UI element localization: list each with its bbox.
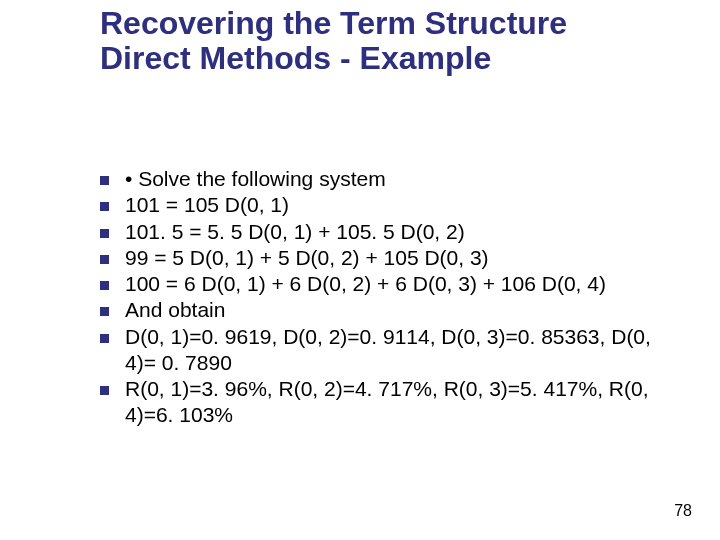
title-line-1: Recovering the Term Structure: [100, 5, 567, 41]
list-item: R(0, 1)=3. 96%, R(0, 2)=4. 717%, R(0, 3)…: [100, 376, 680, 429]
list-item: 99 = 5 D(0, 1) + 5 D(0, 2) + 105 D(0, 3): [100, 245, 680, 271]
list-item: • Solve the following system: [100, 166, 680, 192]
bullet-text: 101 = 105 D(0, 1): [125, 192, 680, 218]
bullet-text: D(0, 1)=0. 9619, D(0, 2)=0. 9114, D(0, 3…: [125, 324, 680, 377]
square-bullet-icon: [100, 334, 109, 343]
bullet-text: 101. 5 = 5. 5 D(0, 1) + 105. 5 D(0, 2): [125, 219, 680, 245]
list-item: 101 = 105 D(0, 1): [100, 192, 680, 218]
list-item: 100 = 6 D(0, 1) + 6 D(0, 2) + 6 D(0, 3) …: [100, 271, 680, 297]
bullet-text: • Solve the following system: [125, 166, 680, 192]
bullet-text: R(0, 1)=3. 96%, R(0, 2)=4. 717%, R(0, 3)…: [125, 376, 680, 429]
square-bullet-icon: [100, 255, 109, 264]
square-bullet-icon: [100, 229, 109, 238]
slide-body: • Solve the following system 101 = 105 D…: [100, 166, 680, 429]
list-item: D(0, 1)=0. 9619, D(0, 2)=0. 9114, D(0, 3…: [100, 324, 680, 377]
slide-title: Recovering the Term Structure Direct Met…: [100, 6, 660, 76]
slide: Recovering the Term Structure Direct Met…: [0, 0, 720, 540]
bullet-text: And obtain: [125, 297, 680, 323]
list-item: 101. 5 = 5. 5 D(0, 1) + 105. 5 D(0, 2): [100, 219, 680, 245]
list-item: And obtain: [100, 297, 680, 323]
square-bullet-icon: [100, 202, 109, 211]
square-bullet-icon: [100, 176, 109, 185]
square-bullet-icon: [100, 386, 109, 395]
bullet-text: 100 = 6 D(0, 1) + 6 D(0, 2) + 6 D(0, 3) …: [125, 271, 680, 297]
square-bullet-icon: [100, 281, 109, 290]
title-line-2: Direct Methods - Example: [100, 40, 491, 76]
bullet-text: 99 = 5 D(0, 1) + 5 D(0, 2) + 105 D(0, 3): [125, 245, 680, 271]
page-number: 78: [674, 502, 692, 520]
square-bullet-icon: [100, 307, 109, 316]
